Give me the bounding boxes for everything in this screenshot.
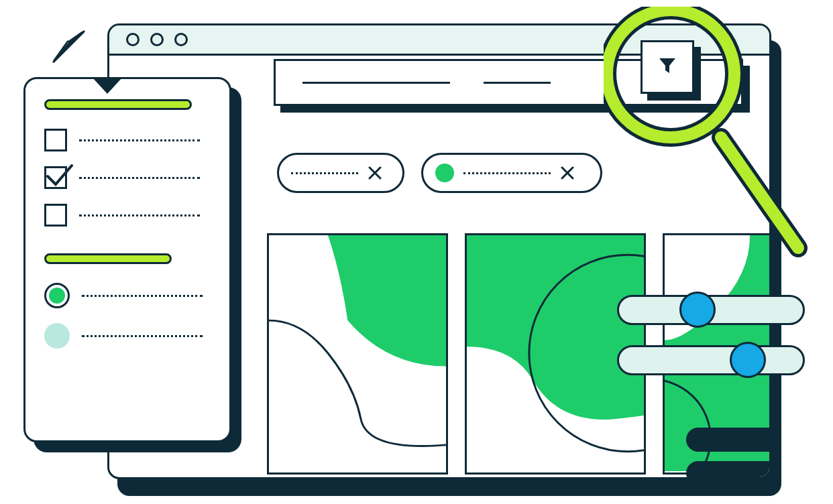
cursor-pointer-icon (50, 27, 91, 70)
svg-line-4 (721, 137, 798, 248)
section-header-bar (44, 99, 192, 110)
address-text-segment (484, 82, 551, 84)
filter-panel (23, 77, 231, 442)
range-slider[interactable] (617, 295, 805, 325)
range-slider[interactable] (617, 345, 805, 375)
checkbox-row[interactable] (44, 166, 211, 189)
slider-thumb[interactable] (730, 342, 766, 378)
checkbox-checked[interactable] (44, 166, 67, 189)
gallery-card[interactable] (267, 233, 448, 475)
radio-unselected[interactable] (44, 323, 70, 349)
status-dot-icon (435, 164, 454, 182)
checkbox-unchecked[interactable] (44, 129, 67, 151)
slider-controls (617, 295, 805, 395)
radio-row[interactable] (44, 323, 211, 349)
checkbox-row[interactable] (44, 129, 211, 151)
chip-remove-icon[interactable] (368, 166, 382, 180)
chip-remove-icon[interactable] (560, 166, 575, 180)
checkbox-row[interactable] (44, 204, 211, 227)
scroll-shadow-bar (686, 428, 771, 452)
filter-chip-row (277, 153, 602, 193)
checkbox-label-placeholder (79, 214, 200, 216)
magnifier-icon (604, 7, 832, 277)
slider-thumb[interactable] (679, 292, 716, 328)
chip-label-placeholder (291, 172, 358, 174)
radio-label-placeholder (82, 335, 203, 337)
radio-row[interactable] (44, 283, 211, 308)
radio-label-placeholder (82, 295, 203, 297)
scroll-shadow-bar (686, 461, 771, 479)
checkbox-label-placeholder (79, 177, 200, 179)
address-text-segment (302, 82, 450, 84)
section-header-bar (44, 253, 172, 264)
chip-label-placeholder (463, 172, 551, 174)
traffic-light-close[interactable] (126, 33, 140, 46)
traffic-light-minimize[interactable] (150, 33, 164, 46)
panel-notch-icon (93, 78, 122, 98)
filter-chip-active[interactable] (421, 153, 602, 193)
radio-selected[interactable] (44, 283, 70, 308)
traffic-light-zoom[interactable] (174, 33, 188, 46)
filter-chip[interactable] (277, 153, 404, 193)
checkbox-label-placeholder (79, 139, 200, 141)
checkbox-unchecked[interactable] (44, 204, 67, 227)
svg-point-6 (607, 10, 734, 137)
